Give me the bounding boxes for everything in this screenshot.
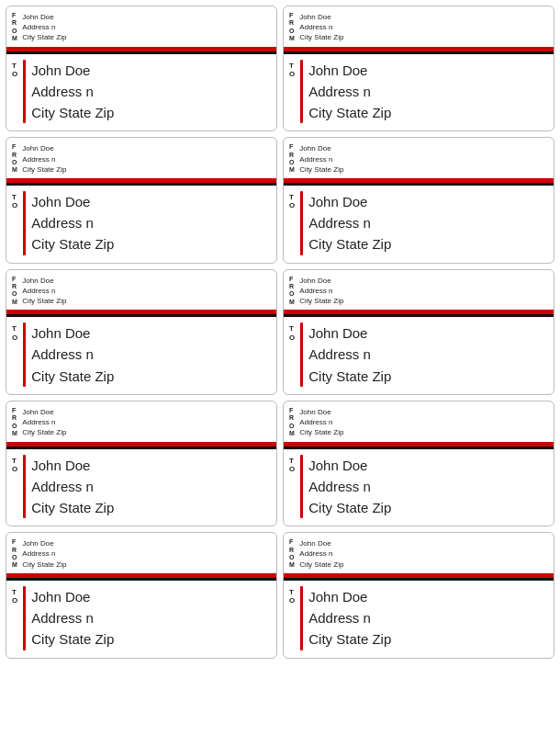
to-t-5: T bbox=[12, 324, 17, 334]
to-section-6: TOJohn DoeAddress nCity State Zip bbox=[284, 317, 554, 394]
to-t-2: T bbox=[289, 62, 295, 71]
to-city-10: City State Zip bbox=[308, 628, 391, 650]
to-t-6: T bbox=[289, 324, 295, 334]
from-addr-2: Address n bbox=[299, 22, 343, 32]
from-name-3: John Doe bbox=[22, 143, 66, 153]
divider-4 bbox=[284, 178, 554, 186]
to-addr-2: Address n bbox=[308, 81, 391, 102]
to-address-8: John DoeAddress nCity State Zip bbox=[308, 455, 391, 519]
divider-1 bbox=[6, 47, 276, 54]
divider-2 bbox=[284, 47, 554, 54]
to-left-border-10 bbox=[300, 586, 303, 650]
from-section-4: FROMJohn DoeAddress nCity State Zip bbox=[284, 138, 554, 178]
to-left-border-2 bbox=[300, 60, 303, 124]
from-name-1: John Doe bbox=[22, 12, 66, 22]
from-name-9: John Doe bbox=[22, 538, 66, 548]
to-address-3: John DoeAddress nCity State Zip bbox=[31, 191, 114, 255]
divider-3 bbox=[6, 178, 276, 186]
to-section-4: TOJohn DoeAddress nCity State Zip bbox=[284, 186, 554, 263]
divider-8 bbox=[284, 442, 554, 449]
from-name-10: John Doe bbox=[299, 538, 343, 548]
to-label-col-3: TO bbox=[12, 191, 17, 255]
to-label-col-1: TO bbox=[12, 60, 17, 124]
label-card-8: FROMJohn DoeAddress nCity State ZipTOJoh… bbox=[283, 401, 554, 526]
from-address-2: John DoeAddress nCity State Zip bbox=[299, 12, 343, 43]
to-section-1: TOJohn DoeAddress nCity State Zip bbox=[6, 54, 276, 131]
to-o-3: O bbox=[12, 201, 17, 210]
to-label-col-8: TO bbox=[289, 455, 295, 519]
divider-7 bbox=[6, 442, 276, 449]
from-addr-5: Address n bbox=[22, 286, 66, 296]
to-t-3: T bbox=[12, 193, 17, 202]
to-address-10: John DoeAddress nCity State Zip bbox=[308, 586, 391, 650]
to-addr-10: Address n bbox=[308, 607, 391, 628]
from-city-2: City State Zip bbox=[299, 32, 343, 42]
from-label-1: FROM bbox=[12, 12, 17, 43]
from-section-6: FROMJohn DoeAddress nCity State Zip bbox=[284, 270, 554, 311]
to-address-6: John DoeAddress nCity State Zip bbox=[308, 322, 391, 387]
to-t-4: T bbox=[289, 193, 295, 202]
to-name-9: John Doe bbox=[31, 586, 114, 607]
to-address-4: John DoeAddress nCity State Zip bbox=[308, 191, 391, 255]
divider-black-1 bbox=[6, 51, 276, 54]
from-city-3: City State Zip bbox=[22, 164, 66, 175]
from-addr-10: Address n bbox=[299, 548, 343, 559]
to-o-4: O bbox=[289, 201, 295, 210]
to-left-border-7 bbox=[23, 455, 26, 519]
from-label-10: FROM bbox=[289, 538, 295, 570]
to-o-10: O bbox=[289, 596, 295, 605]
to-label-col-4: TO bbox=[289, 191, 295, 255]
to-section-7: TOJohn DoeAddress nCity State Zip bbox=[6, 449, 276, 526]
from-address-5: John DoeAddress nCity State Zip bbox=[22, 276, 66, 307]
to-left-border-3 bbox=[23, 191, 26, 255]
to-city-4: City State Zip bbox=[308, 233, 391, 254]
divider-9 bbox=[6, 573, 276, 581]
from-section-9: FROMJohn DoeAddress nCity State Zip bbox=[6, 533, 276, 573]
from-label-8: FROM bbox=[289, 407, 295, 438]
to-o-2: O bbox=[289, 70, 295, 79]
to-addr-7: Address n bbox=[31, 476, 114, 497]
from-label-3: FROM bbox=[12, 143, 17, 175]
from-city-5: City State Zip bbox=[22, 296, 66, 306]
to-section-9: TOJohn DoeAddress nCity State Zip bbox=[6, 581, 276, 658]
from-section-2: FROMJohn DoeAddress nCity State Zip bbox=[284, 6, 554, 47]
label-card-3: FROMJohn DoeAddress nCity State ZipTOJoh… bbox=[6, 137, 277, 263]
to-o-7: O bbox=[12, 465, 17, 474]
from-section-1: FROMJohn DoeAddress nCity State Zip bbox=[6, 6, 276, 47]
to-addr-8: Address n bbox=[308, 476, 391, 497]
to-name-8: John Doe bbox=[308, 455, 391, 476]
divider-black-3 bbox=[6, 183, 276, 186]
to-city-7: City State Zip bbox=[31, 497, 114, 518]
from-name-2: John Doe bbox=[299, 12, 343, 22]
from-addr-7: Address n bbox=[22, 417, 66, 427]
to-section-8: TOJohn DoeAddress nCity State Zip bbox=[284, 449, 554, 526]
from-name-4: John Doe bbox=[299, 143, 343, 153]
from-name-7: John Doe bbox=[22, 407, 66, 417]
divider-5 bbox=[6, 310, 276, 317]
label-card-9: FROMJohn DoeAddress nCity State ZipTOJoh… bbox=[6, 532, 277, 658]
from-name-8: John Doe bbox=[299, 407, 343, 417]
from-address-6: John DoeAddress nCity State Zip bbox=[299, 276, 343, 307]
to-o-6: O bbox=[289, 334, 295, 343]
to-addr-5: Address n bbox=[31, 344, 114, 365]
label-card-7: FROMJohn DoeAddress nCity State ZipTOJoh… bbox=[6, 401, 277, 526]
label-card-6: FROMJohn DoeAddress nCity State ZipTOJoh… bbox=[283, 269, 554, 395]
from-section-3: FROMJohn DoeAddress nCity State Zip bbox=[6, 138, 276, 178]
label-card-5: FROMJohn DoeAddress nCity State ZipTOJoh… bbox=[6, 269, 277, 395]
from-address-10: John DoeAddress nCity State Zip bbox=[299, 538, 343, 570]
from-section-5: FROMJohn DoeAddress nCity State Zip bbox=[6, 270, 276, 311]
to-name-6: John Doe bbox=[308, 322, 391, 344]
to-label-col-9: TO bbox=[12, 586, 17, 650]
to-section-2: TOJohn DoeAddress nCity State Zip bbox=[284, 54, 554, 131]
from-addr-9: Address n bbox=[22, 548, 66, 559]
from-label-5: FROM bbox=[12, 276, 17, 307]
to-o-9: O bbox=[12, 596, 17, 605]
to-section-10: TOJohn DoeAddress nCity State Zip bbox=[284, 581, 554, 658]
divider-black-7 bbox=[6, 447, 276, 449]
to-label-col-5: TO bbox=[12, 322, 17, 387]
to-o-1: O bbox=[12, 70, 17, 79]
label-card-2: FROMJohn DoeAddress nCity State ZipTOJoh… bbox=[283, 6, 554, 131]
from-label-9: FROM bbox=[12, 538, 17, 570]
to-label-col-10: TO bbox=[289, 586, 295, 650]
to-address-7: John DoeAddress nCity State Zip bbox=[31, 455, 114, 519]
